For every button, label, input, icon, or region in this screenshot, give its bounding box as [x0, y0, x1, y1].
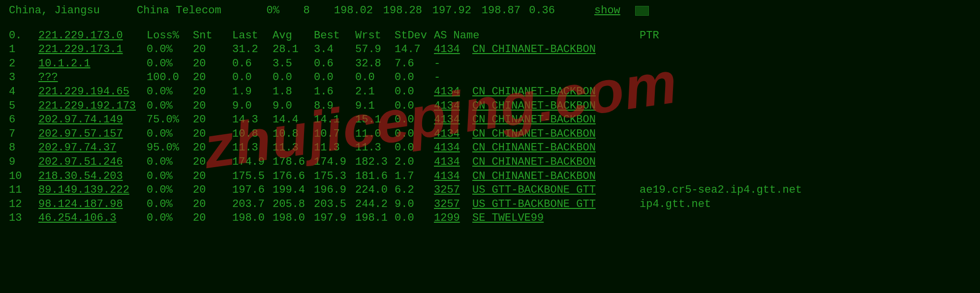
- hop-ip[interactable]: 221.229.173.1: [38, 43, 147, 57]
- summary-worst: 198.87: [471, 4, 521, 18]
- hop-ptr: [640, 43, 802, 57]
- summary-loss: 0%: [250, 4, 289, 18]
- hop-loss: 0.0%: [147, 127, 193, 142]
- hop-asn: 3257: [434, 198, 472, 212]
- hop-number: 6: [9, 113, 38, 127]
- hop-number: 1: [9, 43, 38, 57]
- hop-snt: 20: [193, 141, 232, 155]
- hop-snt: 20: [193, 99, 232, 114]
- hop-asname: CN CHINANET-BACKBON: [472, 99, 640, 114]
- table-row: 6202.97.74.14975.0%2014.314.414.115.10.0…: [9, 113, 802, 127]
- hop-ip[interactable]: 202.97.74.149: [38, 113, 147, 127]
- hop-snt: 20: [193, 43, 232, 57]
- hop-best: 1.6: [314, 85, 355, 99]
- hop-ip[interactable]: 221.229.194.65: [38, 85, 147, 99]
- hop-ptr: ip4.gtt.net: [640, 198, 802, 212]
- hop-wrst: 57.9: [355, 43, 395, 57]
- hop-ip[interactable]: 202.97.57.157: [38, 127, 147, 142]
- summary-row: China, Jiangsu China Telecom 0% 8 198.02…: [9, 4, 971, 18]
- hop-ip[interactable]: 89.149.139.222: [38, 183, 147, 198]
- hop-wrst: 32.8: [355, 57, 395, 71]
- hop-wrst: 181.6: [355, 170, 395, 184]
- hop-avg: 178.6: [273, 155, 314, 170]
- col-avg: Avg: [273, 29, 314, 43]
- hop-ptr: [640, 85, 802, 99]
- table-row: 1298.124.187.980.0%20203.7205.8203.5244.…: [9, 198, 802, 212]
- table-row: 5221.229.192.1730.0%209.09.08.99.10.0413…: [9, 99, 802, 114]
- hop-wrst: 2.1: [355, 85, 395, 99]
- hop-stdev: 0.0: [395, 113, 434, 127]
- hop-ptr: ae19.cr5-sea2.ip4.gtt.net: [640, 183, 802, 198]
- hop-last: 31.2: [232, 43, 273, 57]
- hop-last: 10.8: [232, 127, 273, 142]
- hop-loss: 75.0%: [147, 113, 193, 127]
- hop-last: 203.7: [232, 198, 273, 212]
- hop-ptr: [640, 57, 802, 71]
- hop-loss: 0.0%: [147, 85, 193, 99]
- hop-loss: 0.0%: [147, 211, 193, 226]
- summary-last: 198.02: [324, 4, 373, 18]
- hop-best: 10.7: [314, 127, 355, 142]
- hop-asn: 4134: [434, 170, 472, 184]
- hop-wrst: 0.0: [355, 71, 395, 85]
- hop-number: 11: [9, 183, 38, 198]
- hop-asname: US GTT-BACKBONE GTT: [472, 198, 640, 212]
- hop-asn: 4134: [434, 155, 472, 170]
- hop-ip[interactable]: 202.97.74.37: [38, 141, 147, 155]
- table-row: 1221.229.173.10.0%2031.228.13.457.914.74…: [9, 43, 802, 57]
- hop-best: 196.9: [314, 183, 355, 198]
- hop-ip[interactable]: 46.254.106.3: [38, 211, 147, 226]
- hop-ip[interactable]: 218.30.54.203: [38, 170, 147, 184]
- summary-stdev: 0.36: [521, 4, 555, 18]
- hop-snt: 20: [193, 57, 232, 71]
- hop-asn: 4134: [434, 43, 472, 57]
- hop-wrst: 9.1: [355, 99, 395, 114]
- hop-last: 198.0: [232, 211, 273, 226]
- hop-snt: 20: [193, 198, 232, 212]
- hop-loss: 0.0%: [147, 99, 193, 114]
- hop-ip[interactable]: ???: [38, 71, 147, 85]
- hop-wrst: 244.2: [355, 198, 395, 212]
- table-row: 9202.97.51.2460.0%20174.9178.6174.9182.3…: [9, 155, 802, 170]
- hop-ptr: [640, 99, 802, 114]
- hop-asname: [472, 57, 640, 71]
- table-row: 210.1.2.10.0%200.63.50.632.87.6-: [9, 57, 802, 71]
- hop-snt: 20: [193, 183, 232, 198]
- show-link[interactable]: show: [594, 4, 620, 18]
- hop-avg: 0.0: [273, 71, 314, 85]
- hop-ip[interactable]: 98.124.187.98: [38, 198, 147, 212]
- hop-snt: 20: [193, 113, 232, 127]
- col-loss: Loss%: [147, 29, 193, 43]
- hop-ip[interactable]: 10.1.2.1: [38, 57, 147, 71]
- hop-best: 203.5: [314, 198, 355, 212]
- table-row: 8202.97.74.3795.0%2011.311.311.311.30.04…: [9, 141, 802, 155]
- hop-stdev: 9.0: [395, 198, 434, 212]
- hop-asn: 1299: [434, 211, 472, 226]
- hop-asn: 4134: [434, 99, 472, 114]
- hop-best: 0.6: [314, 57, 355, 71]
- hop-avg: 205.8: [273, 198, 314, 212]
- hop-ip[interactable]: 221.229.192.173: [38, 99, 147, 114]
- hop-asname: CN CHINANET-BACKBON: [472, 113, 640, 127]
- hop-number: 10: [9, 170, 38, 184]
- summary-location: China, Jiangsu: [9, 4, 137, 18]
- hop-stdev: 6.2: [395, 183, 434, 198]
- hop-asn: 4134: [434, 141, 472, 155]
- col-ptr: PTR: [640, 29, 802, 43]
- table-row: 7202.97.57.1570.0%2010.810.810.711.00.04…: [9, 127, 802, 142]
- hop-ptr: [640, 211, 802, 226]
- hop-asname: CN CHINANET-BACKBON: [472, 85, 640, 99]
- hop-asname: SE TWELVE99: [472, 211, 640, 226]
- hop-snt: 20: [193, 211, 232, 226]
- col-ip: 221.229.173.0: [38, 29, 147, 43]
- hop-last: 11.3: [232, 141, 273, 155]
- hop-number: 5: [9, 99, 38, 114]
- col-hop: 0.: [9, 29, 38, 43]
- hop-avg: 198.0: [273, 211, 314, 226]
- hop-stdev: 0.0: [395, 141, 434, 155]
- hop-number: 2: [9, 57, 38, 71]
- hop-wrst: 11.0: [355, 127, 395, 142]
- hop-ip[interactable]: 202.97.51.246: [38, 155, 147, 170]
- col-snt: Snt: [193, 29, 232, 43]
- hop-stdev: 1.7: [395, 170, 434, 184]
